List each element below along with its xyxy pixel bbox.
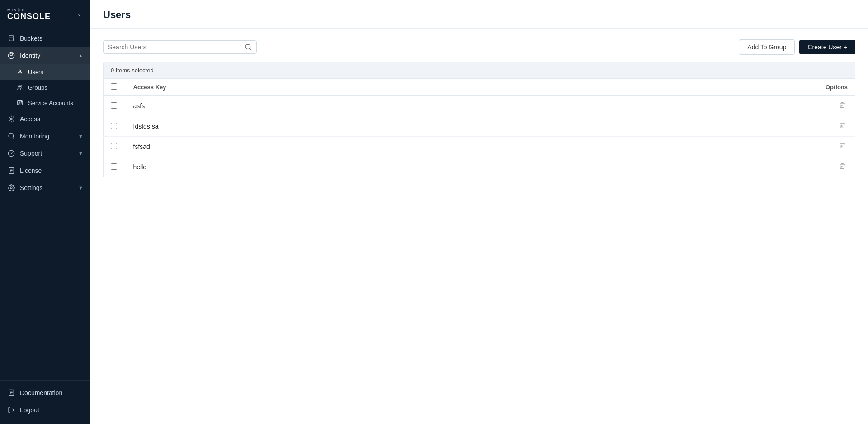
trash-icon	[839, 122, 846, 129]
sidebar-item-support-label: Support	[20, 150, 42, 157]
search-box	[103, 40, 257, 54]
row-checkbox[interactable]	[111, 123, 117, 129]
sidebar-item-logout[interactable]: Logout	[0, 401, 90, 419]
svg-line-23	[250, 48, 251, 50]
search-button[interactable]	[245, 43, 252, 51]
table-row: fsfsad	[104, 137, 855, 157]
sidebar-item-monitoring[interactable]: Monitoring ▼	[0, 128, 90, 145]
service-accounts-icon	[16, 99, 24, 106]
settings-chevron-icon: ▼	[78, 185, 83, 191]
access-key-cell: asfs	[126, 96, 537, 116]
delete-button[interactable]	[837, 100, 848, 111]
add-to-group-button[interactable]: Add To Group	[739, 39, 795, 55]
sidebar-item-users-label: Users	[28, 69, 43, 76]
sidebar-item-access-label: Access	[20, 115, 40, 123]
table-row: hello	[104, 157, 855, 177]
identity-chevron-icon: ▲	[78, 53, 83, 58]
sidebar-nav: Buckets Identity ▲ Users Groups	[0, 26, 90, 380]
documentation-icon	[7, 389, 15, 397]
sidebar-item-support[interactable]: Support ▼	[0, 145, 90, 162]
access-key-value: asfs	[133, 102, 145, 110]
delete-button[interactable]	[837, 141, 848, 152]
sidebar-item-service-accounts-label: Service Accounts	[28, 100, 73, 106]
col-access-key-header: Access Key	[126, 79, 537, 96]
row-options-cell	[536, 157, 855, 177]
access-icon	[7, 115, 15, 123]
sidebar-item-settings-label: Settings	[20, 184, 43, 191]
svg-point-0	[10, 53, 12, 56]
users-table: Access Key Options asfs	[103, 78, 855, 177]
logo-text: MIN|IO CONSOLE	[7, 8, 51, 20]
monitoring-chevron-icon: ▼	[78, 133, 83, 139]
toolbar-actions: Add To Group Create User +	[739, 39, 855, 55]
row-checkbox[interactable]	[111, 163, 117, 170]
sidebar-item-service-accounts[interactable]: Service Accounts	[0, 95, 90, 110]
sidebar-item-buckets-label: Buckets	[20, 35, 42, 42]
table-row: asfs	[104, 96, 855, 116]
svg-point-7	[10, 118, 12, 120]
page-header: Users	[90, 0, 868, 29]
access-key-cell: fsfsad	[126, 137, 537, 157]
row-options-cell	[536, 116, 855, 137]
groups-icon	[16, 84, 24, 91]
svg-point-4	[20, 86, 22, 87]
sidebar-item-buckets[interactable]: Buckets	[0, 30, 90, 47]
sidebar-item-monitoring-label: Monitoring	[20, 133, 49, 140]
search-input[interactable]	[108, 43, 245, 51]
sidebar-item-license[interactable]: License	[0, 162, 90, 179]
svg-point-16	[10, 187, 12, 189]
sidebar-item-settings[interactable]: Settings ▼	[0, 179, 90, 196]
svg-point-22	[245, 44, 250, 49]
create-user-button[interactable]: Create User +	[799, 40, 855, 54]
delete-button[interactable]	[837, 121, 848, 132]
sidebar-logo: MIN|IO CONSOLE ‹	[0, 0, 90, 26]
sidebar-collapse-button[interactable]: ‹	[75, 10, 83, 19]
trash-icon	[839, 101, 846, 109]
sidebar-item-identity[interactable]: Identity ▲	[0, 47, 90, 64]
logout-icon	[7, 406, 15, 414]
table-body: asfs fdsfdsfsa	[104, 96, 855, 177]
license-icon	[7, 167, 15, 175]
row-select-cell	[104, 157, 126, 177]
support-chevron-icon: ▼	[78, 151, 83, 156]
selection-bar: 0 Items selected	[103, 62, 855, 78]
table-row: fdsfdsfsa	[104, 116, 855, 137]
row-checkbox[interactable]	[111, 143, 117, 149]
sidebar: MIN|IO CONSOLE ‹ Buckets Identity ▲ User…	[0, 0, 90, 424]
trash-icon	[839, 142, 846, 149]
logo-console: CONSOLE	[7, 12, 51, 20]
sidebar-item-groups-label: Groups	[28, 84, 47, 91]
svg-point-8	[9, 133, 14, 138]
support-icon	[7, 149, 15, 157]
identity-icon	[7, 52, 15, 60]
row-select-cell	[104, 116, 126, 137]
access-key-cell: hello	[126, 157, 537, 177]
user-icon	[16, 68, 24, 76]
sidebar-item-groups[interactable]: Groups	[0, 80, 90, 95]
main-content: Users Add To Group Create User + 0 Items…	[90, 0, 868, 424]
row-checkbox[interactable]	[111, 102, 117, 109]
access-key-value: fsfsad	[133, 143, 150, 150]
sidebar-item-logout-label: Logout	[20, 406, 39, 414]
col-options-header: Options	[536, 79, 855, 96]
row-options-cell	[536, 137, 855, 157]
row-select-cell	[104, 137, 126, 157]
sidebar-item-access[interactable]: Access	[0, 110, 90, 128]
sidebar-item-license-label: License	[20, 167, 42, 174]
sidebar-item-documentation[interactable]: Documentation	[0, 384, 90, 401]
delete-button[interactable]	[837, 162, 848, 172]
svg-line-9	[13, 138, 14, 139]
sidebar-bottom: Documentation Logout	[0, 380, 90, 424]
svg-point-3	[19, 86, 20, 87]
toolbar: Add To Group Create User +	[103, 39, 855, 55]
select-all-checkbox[interactable]	[111, 83, 117, 90]
sidebar-item-identity-label: Identity	[20, 52, 40, 59]
sidebar-item-documentation-label: Documentation	[20, 389, 62, 396]
selection-count: 0 Items selected	[111, 67, 154, 74]
page-content: Add To Group Create User + 0 Items selec…	[90, 29, 868, 424]
sidebar-item-users[interactable]: Users	[0, 64, 90, 80]
page-title: Users	[103, 9, 855, 21]
bucket-icon	[7, 34, 15, 43]
svg-point-6	[19, 102, 19, 103]
search-icon	[245, 43, 252, 51]
